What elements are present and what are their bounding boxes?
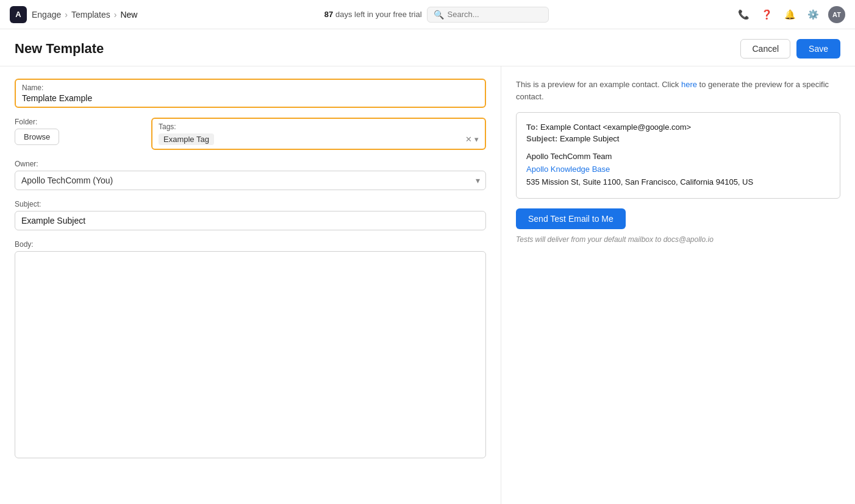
nav-center: 87 days left in your free trial 🔍 [324, 7, 549, 23]
help-icon[interactable]: ❓ [759, 6, 776, 23]
name-label: Name: [22, 83, 479, 92]
search-icon: 🔍 [434, 10, 444, 20]
left-panel: Name: Folder: Browse Tags: Example Tag ✕… [0, 66, 501, 504]
breadcrumb-sep-1: › [65, 10, 68, 20]
subject-wrapper: Subject: [15, 200, 486, 230]
preview-notice: This is a preview for an example contact… [516, 79, 840, 102]
browse-button[interactable]: Browse [15, 129, 59, 145]
subject-input[interactable] [15, 211, 486, 230]
trial-label: days left in your free trial [335, 10, 422, 19]
tags-dropdown-icon[interactable]: ▾ [474, 135, 479, 144]
tags-inner: Example Tag ✕ ▾ [159, 133, 479, 145]
app-logo[interactable]: A [10, 6, 27, 23]
breadcrumb-sep-2: › [114, 10, 117, 20]
preview-here-link[interactable]: here [681, 80, 697, 89]
page-header: New Template Cancel Save [0, 29, 855, 66]
preview-sender-address: 535 Mission St, Suite 1100, San Francisc… [526, 176, 830, 189]
breadcrumb: Engage › Templates › New [32, 10, 137, 20]
owner-wrapper: Owner: Apollo TechComm (You) [15, 160, 486, 190]
tags-clear: ✕ ▾ [465, 135, 479, 144]
preview-box: To: Example Contact <example@google.com>… [516, 112, 840, 199]
preview-subject-value: Example Subject [560, 134, 620, 143]
body-textarea[interactable] [15, 251, 486, 458]
name-field-wrapper: Name: [15, 79, 486, 108]
send-test-email-button[interactable]: Send Test Email to Me [516, 208, 626, 229]
save-button[interactable]: Save [796, 39, 840, 59]
preview-to-label: To: [526, 122, 538, 132]
preview-sender-name: Apollo TechComm Team [526, 151, 830, 163]
test-note: Tests will deliver from your default mai… [516, 235, 714, 244]
search-bar[interactable]: 🔍 [427, 7, 549, 23]
search-input[interactable] [448, 10, 542, 19]
owner-select-wrapper: Apollo TechComm (You) [15, 171, 486, 190]
owner-label: Owner: [15, 160, 486, 168]
preview-subject-label: Subject: [526, 134, 557, 143]
phone-icon[interactable]: 📞 [735, 6, 753, 23]
owner-select[interactable]: Apollo TechComm (You) [15, 171, 486, 190]
preview-to-value: Example Contact <example@google.com> [540, 122, 691, 132]
breadcrumb-templates[interactable]: Templates [71, 10, 110, 20]
top-navigation: A Engage › Templates › New 87 days left … [0, 0, 855, 29]
trial-text: 87 days left in your free trial [324, 10, 422, 19]
body-label: Body: [15, 240, 486, 249]
name-input[interactable] [22, 93, 479, 103]
breadcrumb-current: New [120, 10, 137, 20]
settings-icon[interactable]: ⚙️ [805, 6, 822, 23]
folder-tags-row: Folder: Browse Tags: Example Tag ✕ ▾ [15, 118, 486, 150]
tag-value: Example Tag [163, 135, 209, 144]
breadcrumb-engage[interactable]: Engage [32, 10, 61, 20]
notifications-icon[interactable]: 🔔 [782, 6, 799, 23]
tags-label: Tags: [159, 122, 479, 131]
preview-to: To: Example Contact <example@google.com> [526, 122, 830, 132]
tags-wrapper: Tags: Example Tag ✕ ▾ [151, 118, 486, 150]
cancel-button[interactable]: Cancel [740, 39, 790, 59]
main-content: Name: Folder: Browse Tags: Example Tag ✕… [0, 66, 855, 504]
clear-tags-icon[interactable]: ✕ [465, 135, 472, 144]
header-actions: Cancel Save [740, 39, 840, 59]
preview-knowledge-base-link[interactable]: Apollo Knowledge Base [526, 165, 610, 174]
tag-chip[interactable]: Example Tag [159, 133, 214, 145]
preview-body: Apollo TechComm Team Apollo Knowledge Ba… [526, 151, 830, 188]
preview-subject: Subject: Example Subject [526, 134, 830, 143]
subject-label: Subject: [15, 200, 486, 208]
page-title: New Template [15, 41, 104, 57]
avatar[interactable]: AT [828, 6, 845, 23]
trial-days: 87 [324, 10, 333, 19]
preview-notice-text1: This is a preview for an example contact… [516, 80, 679, 89]
right-panel: This is a preview for an example contact… [501, 66, 855, 504]
body-wrapper: Body: [15, 240, 486, 460]
folder-wrapper: Folder: Browse [15, 118, 137, 150]
folder-label: Folder: [15, 118, 137, 126]
nav-left: A Engage › Templates › New [10, 6, 137, 23]
nav-icons: 📞 ❓ 🔔 ⚙️ AT [735, 6, 845, 23]
